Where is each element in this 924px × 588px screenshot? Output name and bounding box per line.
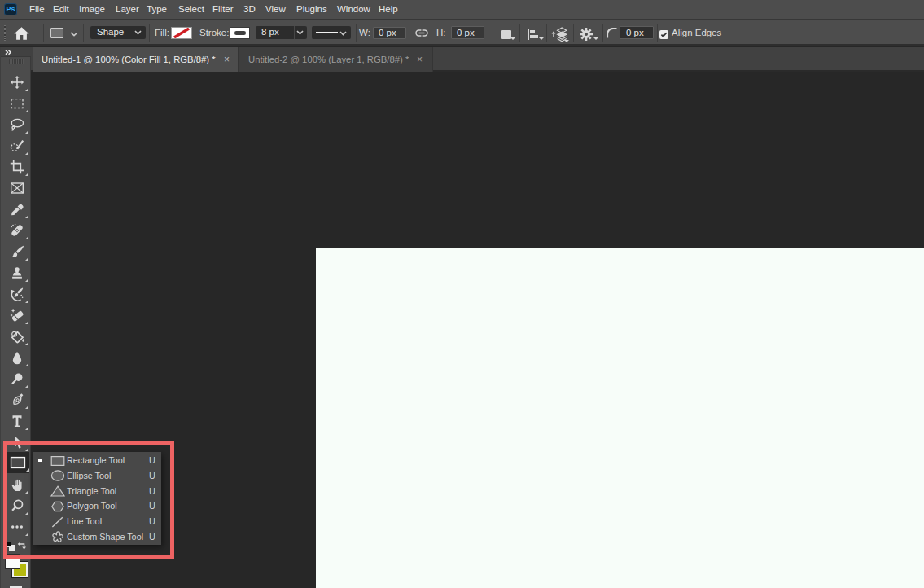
- blur-tool-icon: [11, 351, 24, 365]
- tool-pen[interactable]: [6, 390, 28, 410]
- stroke-type-solid-line: [316, 32, 338, 34]
- options-bar: Shape Fill: Stroke: 8 px W: 0 px: [0, 20, 924, 46]
- menu-image[interactable]: Image: [79, 0, 105, 19]
- link-dimensions-icon[interactable]: [415, 29, 428, 37]
- shape-width-label: W:: [359, 20, 370, 46]
- shape-height-value: 0 px: [457, 28, 475, 37]
- tab-close-icon[interactable]: ×: [224, 47, 230, 72]
- pen-tool-icon: [11, 393, 24, 407]
- stroke-label: Stroke:: [199, 20, 229, 46]
- stroke-width-chevron-icon: [296, 30, 304, 35]
- tool-dodge[interactable]: [6, 369, 28, 389]
- fill-label: Fill:: [155, 20, 169, 46]
- shape-settings-button[interactable]: [579, 28, 597, 41]
- photoshop-window: Ps File Edit Image Layer Type Select Fil…: [0, 0, 924, 588]
- menu-help[interactable]: Help: [379, 0, 398, 19]
- tool-frame[interactable]: [6, 178, 28, 199]
- tool-mode-value: Shape: [97, 27, 124, 37]
- menu-view[interactable]: View: [265, 0, 286, 19]
- check-icon: [659, 30, 668, 39]
- align-edges-label: Align Edges: [672, 20, 721, 46]
- history-brush-tool-icon: [10, 287, 24, 301]
- eyedropper-tool-icon: [11, 203, 24, 217]
- lasso-tool-icon: [10, 118, 24, 132]
- paint-bucket-tool-icon: [10, 330, 24, 344]
- photoshop-logo[interactable]: Ps: [4, 3, 17, 15]
- menu-layer[interactable]: Layer: [116, 0, 139, 19]
- shape-height-label: H:: [436, 20, 446, 46]
- tool-crop[interactable]: [6, 157, 28, 178]
- frame-tool-icon: [11, 182, 24, 195]
- tool-move[interactable]: [6, 72, 28, 93]
- tool-type[interactable]: [6, 411, 28, 432]
- rectangular-marquee-tool-icon: [11, 97, 24, 111]
- align-edges-checkbox[interactable]: [659, 30, 668, 39]
- tool-lasso[interactable]: [6, 115, 28, 135]
- fill-swatch[interactable]: [171, 27, 192, 39]
- tool-eraser[interactable]: [6, 305, 28, 326]
- path-alignment-icon: [528, 29, 529, 40]
- annotation-highlight-box: [3, 441, 175, 559]
- menu-bar: Ps File Edit Image Layer Type Select Fil…: [0, 0, 924, 20]
- corner-radius-icon: [607, 28, 617, 38]
- brush-tool-icon: [11, 245, 24, 259]
- stroke-type-combo[interactable]: [312, 26, 351, 39]
- stroke-width-value: 8 px: [261, 27, 279, 37]
- tab-close-icon[interactable]: ×: [417, 47, 423, 72]
- tool-history-brush[interactable]: [6, 284, 28, 305]
- path-arrangement-button[interactable]: [551, 27, 569, 42]
- object-selection-tool-icon: [10, 139, 24, 153]
- menu-type[interactable]: Type: [147, 0, 167, 19]
- menu-filter[interactable]: Filter: [212, 0, 234, 19]
- menu-window[interactable]: Window: [337, 0, 370, 19]
- tool-eyedropper[interactable]: [6, 200, 28, 220]
- tool-preset-chevron-icon[interactable]: [70, 32, 78, 37]
- toolbar-header: [1, 47, 31, 57]
- crop-tool-icon: [10, 160, 24, 174]
- tool-mode-select[interactable]: Shape: [90, 26, 146, 39]
- clone-stamp-tool-icon: [11, 266, 24, 280]
- document-tab-1[interactable]: Untitled-1 @ 100% (Color Fill 1, RGB/8#)…: [33, 47, 239, 72]
- spot-healing-brush-tool-icon: [10, 223, 24, 238]
- shape-width-value: 0 px: [379, 28, 396, 37]
- options-bar-grip[interactable]: [4, 25, 6, 41]
- shape-width-input[interactable]: 0 px: [373, 27, 406, 39]
- stroke-type-chevron-icon: [339, 31, 347, 36]
- stroke-width-combo[interactable]: 8 px: [256, 26, 307, 39]
- tool-blur[interactable]: [6, 348, 28, 368]
- stroke-swatch[interactable]: [230, 27, 250, 39]
- tab-title: Untitled-1 @ 100% (Color Fill 1, RGB/8#)…: [42, 47, 216, 72]
- tool-paint-bucket[interactable]: [6, 327, 28, 347]
- type-tool-icon: [11, 415, 24, 428]
- tool-preset-swatch[interactable]: [50, 28, 63, 39]
- tool-brush[interactable]: [6, 242, 28, 262]
- menu-plugins[interactable]: Plugins: [296, 0, 327, 19]
- corner-radius-value: 0 px: [626, 28, 644, 37]
- document-canvas[interactable]: [316, 248, 924, 588]
- corner-radius-input[interactable]: 0 px: [620, 26, 654, 39]
- shape-height-input[interactable]: 0 px: [451, 26, 484, 39]
- menu-select[interactable]: Select: [178, 0, 204, 19]
- document-tab-bar: Untitled-1 @ 100% (Color Fill 1, RGB/8#)…: [31, 47, 924, 72]
- tool-mode-chevron-icon: [134, 30, 142, 35]
- menu-edit[interactable]: Edit: [53, 0, 69, 19]
- tab-title: Untitled-2 @ 100% (Layer 1, RGB/8#) *: [248, 47, 409, 72]
- home-icon[interactable]: [14, 27, 29, 40]
- menu-file[interactable]: File: [29, 0, 45, 19]
- eraser-tool-icon: [10, 309, 24, 323]
- path-operations-icon: [501, 30, 511, 39]
- toolbar-grip[interactable]: [9, 59, 24, 64]
- tool-clone-stamp[interactable]: [6, 263, 28, 283]
- tool-rectangular-marquee[interactable]: [6, 94, 28, 114]
- path-operations-button[interactable]: [501, 30, 515, 41]
- no-fill-diagonal: [174, 29, 189, 37]
- tool-object-selection[interactable]: [6, 136, 28, 156]
- tool-spot-healing-brush[interactable]: [6, 221, 28, 241]
- menu-3d[interactable]: 3D: [243, 0, 256, 19]
- document-tab-2[interactable]: Untitled-2 @ 100% (Layer 1, RGB/8#) * ×: [239, 47, 433, 72]
- expand-toolbar-icon[interactable]: [5, 50, 12, 55]
- gear-icon: [579, 27, 593, 42]
- dodge-tool-icon: [11, 372, 24, 386]
- move-tool-icon: [11, 76, 24, 90]
- path-alignment-button[interactable]: [528, 29, 544, 41]
